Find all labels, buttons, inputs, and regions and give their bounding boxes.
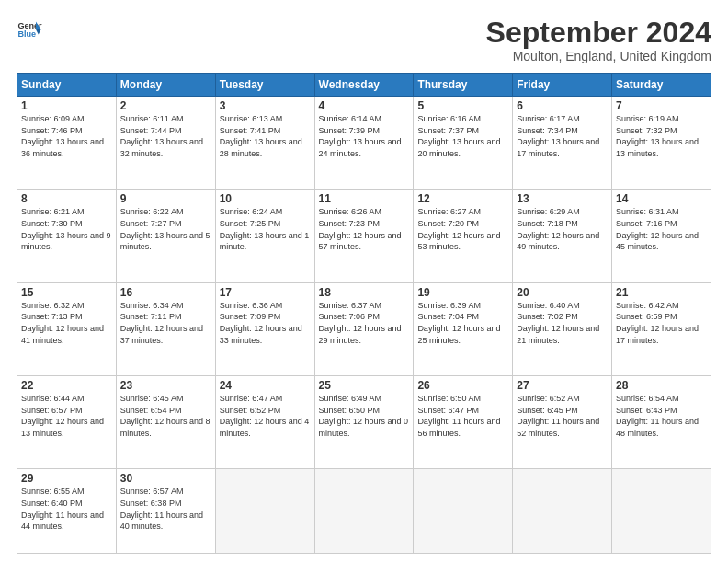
list-item: 10 Sunrise: 6:24 AMSunset: 7:25 PMDaylig… — [215, 190, 314, 282]
col-monday: Monday — [116, 74, 215, 97]
list-item: 17 Sunrise: 6:36 AMSunset: 7:09 PMDaylig… — [215, 282, 314, 375]
list-item: 3 Sunrise: 6:13 AMSunset: 7:41 PMDayligh… — [215, 97, 314, 190]
table-row: 15 Sunrise: 6:32 AMSunset: 7:13 PMDaylig… — [17, 282, 711, 375]
list-item: 11 Sunrise: 6:26 AMSunset: 7:23 PMDaylig… — [314, 190, 414, 282]
list-item: 2 Sunrise: 6:11 AMSunset: 7:44 PMDayligh… — [116, 97, 215, 190]
list-item: 5 Sunrise: 6:16 AMSunset: 7:37 PMDayligh… — [414, 97, 513, 190]
logo: General Blue — [17, 17, 42, 42]
list-item: 26 Sunrise: 6:50 AMSunset: 6:47 PMDaylig… — [414, 376, 513, 469]
list-item: 22 Sunrise: 6:44 AMSunset: 6:57 PMDaylig… — [17, 376, 117, 469]
location: Moulton, England, United Kingdom — [486, 49, 711, 63]
list-item: 30 Sunrise: 6:57 AMSunset: 6:38 PMDaylig… — [116, 469, 215, 554]
logo-icon: General Blue — [17, 17, 42, 42]
list-item — [314, 469, 414, 554]
calendar-table: Sunday Monday Tuesday Wednesday Thursday… — [17, 73, 711, 554]
list-item: 29 Sunrise: 6:55 AMSunset: 6:40 PMDaylig… — [17, 469, 117, 554]
list-item: 1 Sunrise: 6:09 AMSunset: 7:46 PMDayligh… — [17, 97, 117, 190]
list-item: 9 Sunrise: 6:22 AMSunset: 7:27 PMDayligh… — [116, 190, 215, 282]
calendar-header-row: Sunday Monday Tuesday Wednesday Thursday… — [17, 74, 711, 97]
list-item: 23 Sunrise: 6:45 AMSunset: 6:54 PMDaylig… — [116, 376, 215, 469]
list-item: 8 Sunrise: 6:21 AMSunset: 7:30 PMDayligh… — [17, 190, 117, 282]
list-item: 28 Sunrise: 6:54 AMSunset: 6:43 PMDaylig… — [612, 376, 711, 469]
month-title: September 2024 — [486, 17, 711, 49]
svg-text:Blue: Blue — [17, 29, 36, 39]
table-row: 1 Sunrise: 6:09 AMSunset: 7:46 PMDayligh… — [17, 97, 711, 190]
list-item — [513, 469, 612, 554]
col-thursday: Thursday — [414, 74, 513, 97]
list-item: 25 Sunrise: 6:49 AMSunset: 6:50 PMDaylig… — [314, 376, 414, 469]
list-item: 21 Sunrise: 6:42 AMSunset: 6:59 PMDaylig… — [612, 282, 711, 375]
list-item: 7 Sunrise: 6:19 AMSunset: 7:32 PMDayligh… — [612, 97, 711, 190]
table-row: 29 Sunrise: 6:55 AMSunset: 6:40 PMDaylig… — [17, 469, 711, 554]
title-block: September 2024 Moulton, England, United … — [486, 17, 711, 63]
list-item: 14 Sunrise: 6:31 AMSunset: 7:16 PMDaylig… — [612, 190, 711, 282]
list-item: 12 Sunrise: 6:27 AMSunset: 7:20 PMDaylig… — [414, 190, 513, 282]
list-item: 18 Sunrise: 6:37 AMSunset: 7:06 PMDaylig… — [314, 282, 414, 375]
col-saturday: Saturday — [612, 74, 711, 97]
col-wednesday: Wednesday — [314, 74, 414, 97]
list-item: 19 Sunrise: 6:39 AMSunset: 7:04 PMDaylig… — [414, 282, 513, 375]
col-tuesday: Tuesday — [215, 74, 314, 97]
table-row: 8 Sunrise: 6:21 AMSunset: 7:30 PMDayligh… — [17, 190, 711, 282]
list-item: 20 Sunrise: 6:40 AMSunset: 7:02 PMDaylig… — [513, 282, 612, 375]
list-item — [612, 469, 711, 554]
col-friday: Friday — [513, 74, 612, 97]
svg-marker-3 — [36, 29, 41, 35]
col-sunday: Sunday — [17, 74, 117, 97]
list-item — [215, 469, 314, 554]
list-item: 24 Sunrise: 6:47 AMSunset: 6:52 PMDaylig… — [215, 376, 314, 469]
list-item: 15 Sunrise: 6:32 AMSunset: 7:13 PMDaylig… — [17, 282, 117, 375]
list-item: 16 Sunrise: 6:34 AMSunset: 7:11 PMDaylig… — [116, 282, 215, 375]
page-header: General Blue September 2024 Moulton, Eng… — [17, 17, 711, 63]
table-row: 22 Sunrise: 6:44 AMSunset: 6:57 PMDaylig… — [17, 376, 711, 469]
list-item: 6 Sunrise: 6:17 AMSunset: 7:34 PMDayligh… — [513, 97, 612, 190]
list-item — [414, 469, 513, 554]
list-item: 13 Sunrise: 6:29 AMSunset: 7:18 PMDaylig… — [513, 190, 612, 282]
list-item: 4 Sunrise: 6:14 AMSunset: 7:39 PMDayligh… — [314, 97, 414, 190]
list-item: 27 Sunrise: 6:52 AMSunset: 6:45 PMDaylig… — [513, 376, 612, 469]
